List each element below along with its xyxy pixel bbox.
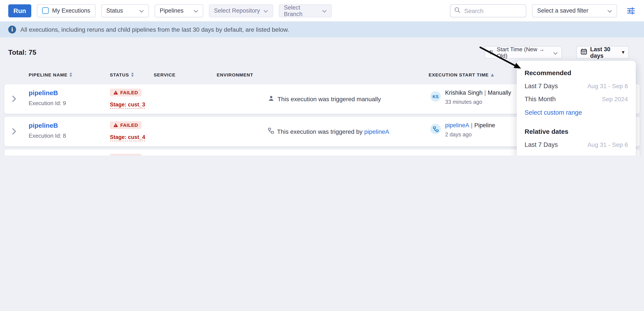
my-executions-label: My Executions: [52, 8, 90, 14]
select-repository-dropdown[interactable]: Select Repository: [209, 4, 273, 17]
trigger-text: This execution was triggered by pipeline…: [277, 128, 389, 135]
select-repository-label: Select Repository: [214, 8, 260, 14]
option-label: This Month: [524, 96, 556, 103]
expand-chevron-icon[interactable]: [12, 128, 16, 136]
option-date-range: Aug 31 - Sep 6: [587, 82, 628, 90]
menu-section-header: Relative dates: [524, 125, 628, 138]
pipeline-name-link[interactable]: pipelineB: [29, 89, 58, 96]
start-time: 2 days ago: [445, 132, 472, 138]
saved-filter-label: Select a saved filter: [537, 8, 588, 14]
search-icon: [454, 7, 460, 14]
failed-stage-link[interactable]: Stage: cust_3: [110, 102, 145, 108]
separator: |: [483, 154, 488, 156]
search-box[interactable]: [450, 4, 526, 17]
date-range-option[interactable]: Last 7 DaysAug 31 - Sep 6: [524, 138, 628, 151]
select-branch-dropdown[interactable]: Select Branch: [279, 4, 332, 17]
person-icon: [268, 95, 274, 103]
status-text: FAILED: [120, 122, 138, 128]
run-button[interactable]: Run: [8, 4, 31, 17]
chevron-down-icon: [264, 8, 268, 14]
starter-name: Krishika Singh: [445, 90, 483, 96]
separator: |: [483, 89, 488, 96]
my-executions-toggle[interactable]: My Executions: [37, 4, 96, 17]
avatar-initials: KS: [430, 91, 441, 102]
option-label: Last 30 days: [524, 155, 560, 156]
column-execution-start-time[interactable]: EXECUTION START TIME ▲: [428, 72, 494, 77]
status-filter-label: Status: [106, 8, 123, 14]
sort-both-icon[interactable]: [70, 73, 72, 77]
pipelines-filter-dropdown[interactable]: Pipelines: [154, 4, 203, 17]
separator: |: [469, 122, 474, 128]
column-status[interactable]: STATUS: [110, 72, 134, 77]
date-range-option[interactable]: Last 30 daysAug 7 - Sep 6: [524, 151, 628, 156]
trigger-type: Pipeline: [474, 122, 495, 128]
saved-filter-dropdown[interactable]: Select a saved filter: [532, 4, 617, 17]
avatar-pipeline-icon: [430, 124, 441, 134]
total-count: Total: 75: [8, 49, 36, 56]
option-label: Last 7 Days: [524, 82, 558, 90]
trigger-type: Manually: [488, 155, 511, 156]
option-label: Last 7 Days: [524, 142, 558, 148]
date-range-label: Last 30 days: [590, 46, 619, 59]
expand-chevron-icon[interactable]: [12, 96, 16, 104]
calendar-icon: [580, 48, 587, 56]
starter-pipeline-link[interactable]: pipelineA: [445, 122, 469, 128]
caret-down-icon: ▼: [622, 50, 624, 54]
column-label: EXECUTION START TIME: [428, 72, 489, 77]
info-banner: i All executions, including reruns and c…: [0, 22, 644, 37]
chevron-down-icon: [553, 48, 558, 56]
sort-label: Start Time (New → Old): [497, 46, 550, 59]
option-date-range: Aug 7 - Sep 6: [591, 155, 628, 156]
executions-page: Run My Executions Status Pipelines Selec…: [0, 0, 644, 156]
column-label: ENVIRONMENT: [217, 72, 253, 77]
start-time: 33 minutes ago: [445, 99, 482, 105]
column-environment: ENVIRONMENT: [217, 72, 253, 77]
pipelines-filter-label: Pipelines: [160, 8, 184, 14]
filter-settings-icon[interactable]: [626, 6, 636, 16]
date-range-option[interactable]: This MonthSep 2024: [524, 92, 628, 106]
started-by: Krishika Singh|Manually: [445, 89, 511, 96]
started-by: pipelineA|Pipeline: [445, 122, 495, 128]
trigger-pipeline-link[interactable]: pipelineA: [364, 128, 389, 135]
date-range-button[interactable]: Last 30 days ▼: [576, 46, 629, 59]
started-by: Krishika Singh|Manually: [445, 154, 511, 156]
chevron-down-icon: [140, 8, 144, 14]
info-icon: i: [8, 26, 16, 34]
search-input[interactable]: [463, 7, 522, 14]
info-banner-text: All executions, including reruns and chi…: [20, 26, 289, 33]
pipeline-name-link[interactable]: pipelineB: [29, 122, 58, 129]
my-executions-checkbox[interactable]: [42, 8, 49, 14]
status-badge: FAILED: [110, 88, 142, 96]
sort-arrows-icon: ⇅: [489, 49, 494, 56]
chevron-down-icon: [608, 8, 612, 14]
select-custom-range-link[interactable]: Select custom range: [524, 109, 582, 116]
column-label: PIPELINE NAME: [29, 72, 68, 77]
warning-icon: [113, 90, 118, 95]
option-date-range: Aug 31 - Sep 6: [587, 142, 628, 148]
sort-asc-icon: ▲: [491, 72, 494, 77]
status-filter-dropdown[interactable]: Status: [101, 4, 149, 17]
execution-id: Execution Id: 9: [29, 100, 66, 106]
failed-stage-link[interactable]: Stage: cust_4: [110, 134, 145, 141]
starter-name: Krishika Singh: [445, 155, 483, 156]
column-label: SERVICE: [154, 72, 176, 77]
menu-section-header: Recommended: [524, 66, 628, 79]
pipeline-icon: [268, 128, 274, 136]
date-range-menu: RecommendedLast 7 DaysAug 31 - Sep 6This…: [517, 61, 636, 156]
trigger-type: Manually: [488, 90, 511, 96]
date-range-option[interactable]: Last 7 DaysAug 31 - Sep 6: [524, 79, 628, 92]
sort-both-icon[interactable]: [131, 73, 134, 77]
pipeline-name-link[interactable]: pipelineA: [29, 154, 58, 156]
trigger-text: This execution was triggered manually: [278, 96, 381, 102]
chevron-down-icon: [322, 8, 326, 14]
sort-dropdown[interactable]: ⇅ Start Time (New → Old): [485, 46, 562, 59]
column-label: STATUS: [110, 72, 129, 77]
execution-id: Execution Id: 8: [29, 132, 66, 139]
chevron-down-icon: [194, 8, 198, 14]
top-toolbar: Run My Executions Status Pipelines Selec…: [0, 0, 644, 22]
trigger-info: This execution was triggered by pipeline…: [268, 117, 389, 146]
column-pipeline-name[interactable]: PIPELINE NAME: [29, 72, 72, 77]
status-badge: FAILED: [110, 121, 142, 129]
trigger-info: This execution was rerun manually: [268, 150, 371, 156]
column-service: SERVICE: [154, 72, 176, 77]
